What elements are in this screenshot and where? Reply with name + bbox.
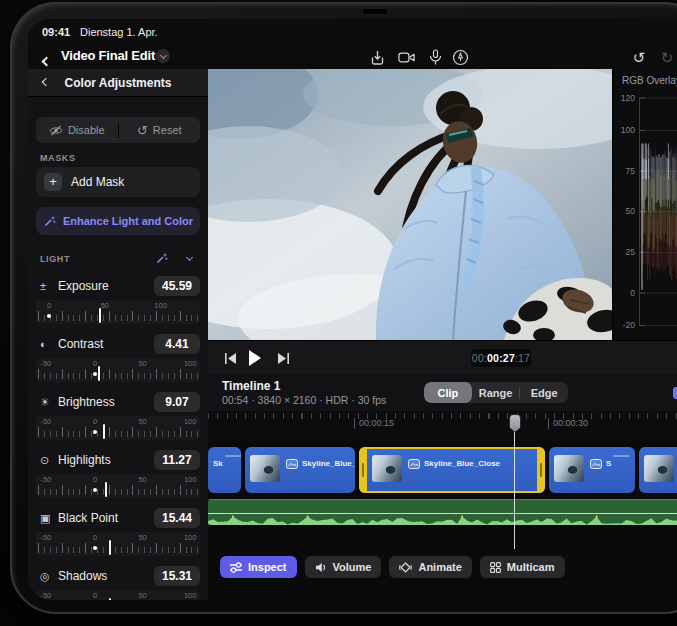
enhance-light-color-button[interactable]: Enhance Light and Color bbox=[36, 207, 200, 235]
mode-clip[interactable]: Clip bbox=[424, 382, 472, 403]
slider-brightness: ☀Brightness9.07 -50050100 bbox=[36, 392, 200, 444]
timeline-clip[interactable]: Skyline_Blue_Wide bbox=[245, 447, 355, 493]
pencil-hover-icon[interactable] bbox=[451, 48, 469, 66]
edit-mode-control: Clip Range Edge bbox=[424, 382, 568, 403]
video-frame bbox=[208, 69, 612, 340]
timeline-header: Timeline 1 00:54 · 3840 × 2160 · HDR · 3… bbox=[208, 374, 677, 411]
microphone-icon[interactable] bbox=[426, 48, 444, 66]
transport-bar: 00:00:27:17 bbox=[208, 340, 677, 374]
timeline-name: Timeline 1 bbox=[222, 379, 280, 393]
waveform-plot bbox=[613, 69, 677, 340]
status-time: 09:41 bbox=[42, 26, 70, 38]
next-frame-icon[interactable] bbox=[274, 350, 292, 366]
trim-handle-right[interactable] bbox=[537, 447, 545, 493]
animate-button[interactable]: Animate bbox=[389, 556, 471, 578]
panel-header: Color Adjustments bbox=[28, 69, 208, 97]
brightness-icon: ☀ bbox=[40, 396, 56, 409]
highlights-ruler[interactable]: -50050100 bbox=[36, 474, 200, 498]
exposure-icon: ± bbox=[40, 280, 56, 292]
black-point-ruler[interactable]: -50050100 bbox=[36, 532, 200, 556]
exposure-ruler[interactable]: 050100 bbox=[36, 300, 200, 324]
project-title-dropdown[interactable] bbox=[156, 49, 170, 63]
multicam-button[interactable]: Multicam bbox=[480, 556, 565, 578]
timeline-clip[interactable]: Sk bbox=[208, 447, 241, 493]
contrast-icon: ◐ bbox=[40, 338, 56, 350]
eye-slash-icon bbox=[49, 125, 63, 136]
reset-button[interactable]: ↺ Reset bbox=[119, 117, 201, 143]
timeline-clip[interactable] bbox=[639, 447, 677, 493]
plus-icon: + bbox=[44, 173, 62, 191]
audio-track[interactable] bbox=[208, 499, 677, 525]
trim-handle-left[interactable] bbox=[359, 447, 367, 493]
slider-contrast: ◐Contrast4.41 -50050100 bbox=[36, 334, 200, 386]
mode-edge[interactable]: Edge bbox=[520, 382, 568, 403]
ruler-label: 00:00:30 bbox=[548, 418, 588, 429]
inspect-button[interactable]: Inspect bbox=[220, 556, 297, 578]
black-point-value-field[interactable]: 15.44 bbox=[154, 508, 200, 528]
slider-shadows: ◎Shadows15.31 -50050100 bbox=[36, 566, 200, 600]
slider-black-point: ▣Black Point15.44 -50050100 bbox=[36, 508, 200, 560]
volume-button[interactable]: Volume bbox=[305, 556, 382, 578]
rgb-overlay-scope: RGB Overlay 120 100 75 50 25 0 -20 bbox=[612, 69, 677, 340]
status-bar: 09:41 Dienstag 1. Apr. bbox=[28, 19, 677, 43]
video-viewer[interactable] bbox=[208, 69, 612, 340]
inspect-sliders-icon bbox=[230, 562, 242, 573]
back-chevron-icon[interactable] bbox=[43, 51, 50, 69]
undo-icon[interactable]: ↺ bbox=[630, 48, 648, 66]
highlights-value-field[interactable]: 11.27 bbox=[154, 450, 200, 470]
app-screen: 09:41 Dienstag 1. Apr. Video Final Edit bbox=[28, 19, 677, 600]
ruler-label: 00:00:15 bbox=[354, 418, 394, 429]
title-bar: Video Final Edit ↺ ↻ bbox=[28, 43, 677, 69]
timeline-info: 00:54 · 3840 × 2160 · HDR · 30 fps bbox=[222, 394, 386, 406]
project-title[interactable]: Video Final Edit bbox=[61, 48, 155, 63]
clip-thumbnail bbox=[554, 455, 584, 482]
color-adjustments-panel: Color Adjustments Disable ↺ Reset MASKS bbox=[28, 69, 208, 600]
editor-area: RGB Overlay 120 100 75 50 25 0 -20 bbox=[208, 69, 677, 600]
contrast-value-field[interactable]: 4.41 bbox=[154, 334, 200, 354]
reset-icon: ↺ bbox=[137, 123, 148, 138]
multicam-grid-icon bbox=[490, 562, 501, 573]
timeline-clip-selected[interactable]: Skyline_Blue_Close bbox=[359, 447, 545, 493]
play-icon[interactable] bbox=[246, 350, 264, 366]
brightness-ruler[interactable]: -50050100 bbox=[36, 416, 200, 440]
media-icon bbox=[286, 459, 298, 469]
clip-thumbnail bbox=[250, 455, 280, 482]
add-mask-button[interactable]: + Add Mask bbox=[36, 167, 200, 197]
redo-icon[interactable]: ↻ bbox=[658, 48, 676, 66]
collapse-chevron-icon[interactable] bbox=[186, 254, 193, 261]
timecode-display[interactable]: 00:00:27:17 bbox=[471, 349, 531, 367]
media-icon bbox=[408, 459, 420, 469]
light-heading: LIGHT bbox=[40, 254, 70, 264]
import-icon[interactable] bbox=[368, 48, 386, 66]
shadows-icon: ◎ bbox=[40, 570, 56, 583]
shadows-value-field[interactable]: 15.31 bbox=[154, 566, 200, 586]
slider-exposure: ±Exposure45.59 050100 bbox=[36, 276, 200, 328]
clip-thumbnail bbox=[644, 455, 674, 482]
timeline-ruler[interactable]: 00:00:15 00:00:30 bbox=[208, 411, 677, 441]
keyframe-diamond-icon bbox=[399, 562, 412, 573]
highlights-icon: ⊙ bbox=[40, 454, 56, 467]
light-section-header: LIGHT bbox=[28, 251, 208, 267]
playhead-line bbox=[514, 429, 515, 549]
playhead-handle[interactable] bbox=[509, 414, 521, 432]
media-icon bbox=[590, 459, 602, 469]
masks-heading: MASKS bbox=[40, 153, 76, 163]
previous-frame-icon[interactable] bbox=[222, 350, 240, 366]
page: 09:41 Dienstag 1. Apr. Video Final Edit bbox=[0, 0, 677, 626]
panel-title: Color Adjustments bbox=[28, 76, 208, 90]
shadows-ruler[interactable]: -50050100 bbox=[36, 590, 200, 600]
auto-enhance-icon[interactable] bbox=[155, 252, 168, 265]
mode-range[interactable]: Range bbox=[472, 382, 520, 403]
timeline-overflow-button[interactable] bbox=[673, 387, 677, 399]
camera-icon[interactable] bbox=[398, 48, 416, 66]
ruler-ticks bbox=[208, 413, 677, 419]
exposure-value-field[interactable]: 45.59 bbox=[154, 276, 200, 296]
slider-highlights: ⊙Highlights11.27 -50050100 bbox=[36, 450, 200, 502]
clip-tools-bar: Inspect Volume Animate Multicam bbox=[220, 556, 565, 578]
disable-button[interactable]: Disable bbox=[36, 117, 118, 143]
black-point-icon: ▣ bbox=[40, 512, 56, 525]
brightness-value-field[interactable]: 9.07 bbox=[154, 392, 200, 412]
video-track: Sk Skyline_Blue_Wide bbox=[208, 447, 677, 493]
contrast-ruler[interactable]: -50050100 bbox=[36, 358, 200, 382]
timeline-clip[interactable]: S bbox=[549, 447, 635, 493]
